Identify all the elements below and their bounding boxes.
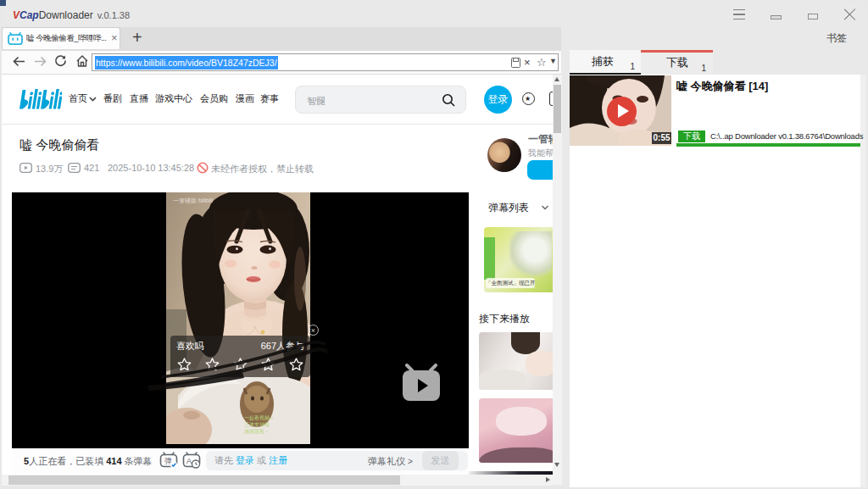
svg-text:三连支持哦: 三连支持哦 xyxy=(244,421,270,428)
svg-text:一起看视频∞: 一起看视频∞ xyxy=(244,414,273,421)
svg-text:感谢观看～: 感谢观看～ xyxy=(244,428,270,435)
svg-text:A: A xyxy=(186,457,192,465)
